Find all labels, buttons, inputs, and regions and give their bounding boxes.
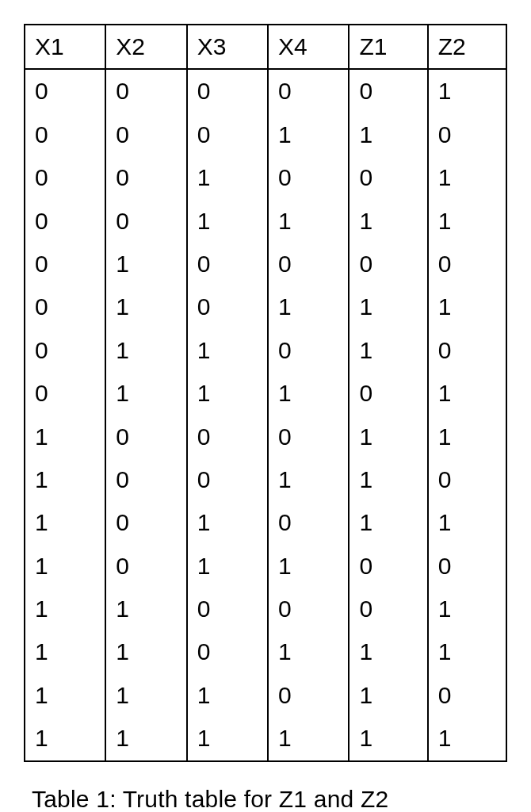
cell: 0 [187, 458, 268, 501]
cell: 0 [187, 285, 268, 328]
table-body: 0 0 0 0 0 1 0 0 0 1 1 0 0 0 1 0 0 1 0 0 … [25, 69, 506, 760]
cell: 1 [349, 113, 427, 156]
col-header: X3 [187, 25, 268, 69]
cell: 1 [187, 717, 268, 760]
cell: 0 [187, 69, 268, 113]
cell: 1 [105, 588, 186, 630]
table-row: 1 1 1 1 1 1 [25, 717, 506, 760]
cell: 0 [187, 113, 268, 156]
cell: 0 [428, 243, 506, 285]
cell: 0 [187, 243, 268, 285]
cell: 1 [428, 717, 506, 760]
cell: 0 [428, 458, 506, 501]
table-caption: Table 1: Truth table for Z1 and Z2 [16, 786, 515, 812]
table-row: 0 1 0 1 1 1 [25, 285, 506, 328]
cell: 0 [25, 200, 105, 243]
cell: 1 [25, 458, 105, 501]
cell: 0 [349, 156, 427, 199]
cell: 0 [105, 113, 186, 156]
cell: 0 [105, 416, 186, 458]
col-header: Z1 [349, 25, 427, 69]
cell: 0 [428, 113, 506, 156]
cell: 1 [428, 200, 506, 243]
cell: 1 [428, 630, 506, 673]
table-row: 0 1 0 0 0 0 [25, 243, 506, 285]
cell: 1 [268, 717, 349, 760]
cell: 1 [268, 630, 349, 673]
table-row: 1 1 0 0 0 1 [25, 588, 506, 630]
col-header: X1 [25, 25, 105, 69]
cell: 0 [349, 588, 427, 630]
cell: 1 [105, 630, 186, 673]
cell: 0 [25, 285, 105, 328]
table-row: 1 0 1 1 0 0 [25, 545, 506, 588]
cell: 0 [187, 416, 268, 458]
cell: 0 [105, 156, 186, 199]
table-row: 0 0 1 1 1 1 [25, 200, 506, 243]
table-header-row: X1 X2 X3 X4 Z1 Z2 [25, 25, 506, 69]
cell: 0 [268, 501, 349, 544]
col-header: X4 [268, 25, 349, 69]
cell: 0 [25, 329, 105, 372]
cell: 1 [268, 458, 349, 501]
table-row: 1 1 1 0 1 0 [25, 674, 506, 717]
cell: 0 [268, 69, 349, 113]
cell: 1 [105, 674, 186, 717]
cell: 1 [428, 501, 506, 544]
cell: 1 [268, 200, 349, 243]
cell: 0 [428, 545, 506, 588]
cell: 0 [349, 69, 427, 113]
cell: 0 [105, 69, 186, 113]
cell: 0 [268, 329, 349, 372]
cell: 0 [268, 243, 349, 285]
table-row: 1 0 1 0 1 1 [25, 501, 506, 544]
truth-table: X1 X2 X3 X4 Z1 Z2 0 0 0 0 0 1 0 0 0 1 1 … [24, 24, 507, 762]
cell: 1 [268, 545, 349, 588]
cell: 1 [268, 113, 349, 156]
cell: 1 [268, 285, 349, 328]
cell: 0 [25, 156, 105, 199]
cell: 1 [428, 156, 506, 199]
table-row: 0 0 0 0 0 1 [25, 69, 506, 113]
cell: 1 [25, 630, 105, 673]
cell: 0 [349, 372, 427, 415]
cell: 1 [25, 545, 105, 588]
table-row: 0 0 1 0 0 1 [25, 156, 506, 199]
cell: 0 [349, 243, 427, 285]
cell: 1 [349, 717, 427, 760]
cell: 1 [105, 243, 186, 285]
cell: 1 [349, 200, 427, 243]
cell: 0 [105, 501, 186, 544]
cell: 0 [25, 243, 105, 285]
cell: 1 [105, 285, 186, 328]
cell: 1 [187, 545, 268, 588]
cell: 1 [187, 200, 268, 243]
cell: 1 [349, 416, 427, 458]
cell: 0 [105, 200, 186, 243]
cell: 1 [349, 285, 427, 328]
cell: 1 [25, 717, 105, 760]
cell: 1 [25, 588, 105, 630]
cell: 0 [187, 630, 268, 673]
cell: 1 [25, 501, 105, 544]
cell: 1 [105, 329, 186, 372]
cell: 1 [187, 156, 268, 199]
cell: 1 [428, 285, 506, 328]
cell: 1 [428, 69, 506, 113]
cell: 1 [268, 372, 349, 415]
cell: 1 [187, 674, 268, 717]
cell: 1 [428, 416, 506, 458]
col-header: Z2 [428, 25, 506, 69]
cell: 0 [25, 372, 105, 415]
cell: 1 [349, 458, 427, 501]
cell: 0 [268, 156, 349, 199]
cell: 1 [105, 717, 186, 760]
cell: 0 [349, 545, 427, 588]
cell: 1 [349, 630, 427, 673]
cell: 1 [349, 674, 427, 717]
cell: 1 [349, 329, 427, 372]
cell: 0 [268, 416, 349, 458]
table-row: 0 1 1 1 0 1 [25, 372, 506, 415]
cell: 0 [105, 458, 186, 501]
table-row: 1 0 0 1 1 0 [25, 458, 506, 501]
